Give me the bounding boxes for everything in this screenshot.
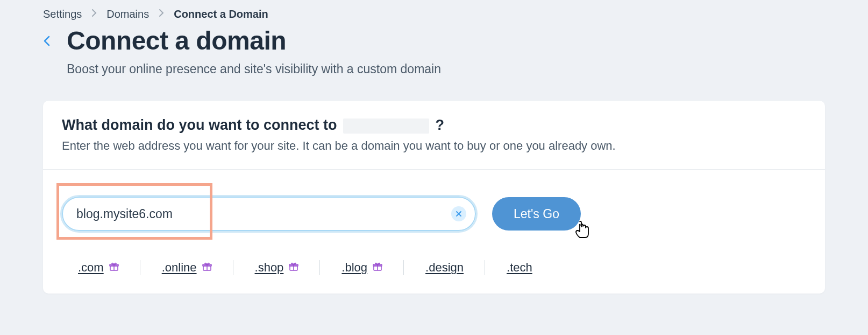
breadcrumb: Settings Domains Connect a Domain xyxy=(43,8,825,20)
domain-input-wrapper xyxy=(62,197,476,231)
card-subheading: Enter the web address you want for your … xyxy=(62,139,806,153)
card-heading-prefix: What domain do you want to connect to xyxy=(62,117,337,133)
tld-label: .design xyxy=(425,261,464,275)
lets-go-label: Let's Go xyxy=(514,207,559,221)
domain-input-row: Let's Go xyxy=(62,197,806,231)
gift-icon xyxy=(202,262,212,274)
lets-go-button[interactable]: Let's Go xyxy=(492,197,581,231)
tld-label: .com xyxy=(78,261,104,275)
tld-label: .blog xyxy=(341,261,367,275)
chevron-right-icon xyxy=(91,9,97,20)
tld-tech[interactable]: .tech xyxy=(485,261,554,275)
tld-blog[interactable]: .blog xyxy=(320,261,404,275)
close-icon xyxy=(456,211,462,217)
clear-input-button[interactable] xyxy=(451,206,466,221)
gift-icon xyxy=(373,262,382,274)
redacted-site-name xyxy=(343,118,429,134)
page-subtitle: Boost your online presence and site's vi… xyxy=(67,62,441,76)
tld-label: .shop xyxy=(255,261,284,275)
tld-label: .online xyxy=(162,261,197,275)
tld-label: .tech xyxy=(507,261,532,275)
tld-design[interactable]: .design xyxy=(404,261,485,275)
cursor-pointer-icon xyxy=(574,220,590,242)
page-header: Connect a domain Boost your online prese… xyxy=(43,26,825,76)
page-title: Connect a domain xyxy=(67,26,441,55)
tld-suggestions: .com .online .shop .blog .design xyxy=(62,261,806,275)
gift-icon xyxy=(109,262,119,274)
divider xyxy=(43,169,825,170)
tld-online[interactable]: .online xyxy=(140,261,233,275)
domain-card: What domain do you want to connect to ? … xyxy=(43,101,825,294)
card-heading: What domain do you want to connect to ? xyxy=(62,117,806,134)
breadcrumb-connect-domain: Connect a Domain xyxy=(174,8,268,20)
tld-com[interactable]: .com xyxy=(78,261,140,275)
card-heading-suffix: ? xyxy=(436,117,445,133)
gift-icon xyxy=(289,262,298,274)
chevron-right-icon xyxy=(159,9,164,20)
back-arrow-icon[interactable] xyxy=(43,26,51,51)
breadcrumb-settings[interactable]: Settings xyxy=(43,8,82,20)
tld-shop[interactable]: .shop xyxy=(233,261,321,275)
domain-input[interactable] xyxy=(62,197,476,231)
breadcrumb-domains[interactable]: Domains xyxy=(106,8,149,20)
